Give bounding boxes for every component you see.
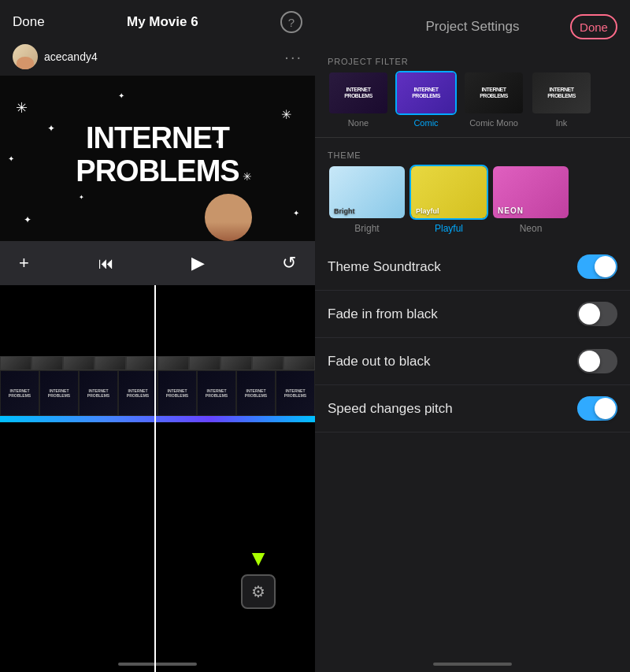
film-strip[interactable]: INTERNETPROBLEMS INTERNETPROBLEMS INTERN…: [0, 356, 315, 422]
filter-mono-thumb: INTERNETPROBLEMS: [463, 71, 524, 115]
theme-bright-label: Bright: [354, 223, 379, 234]
filter-comic[interactable]: INTERNETPROBLEMS Comic: [395, 71, 457, 128]
filter-row: INTERNETPROBLEMS None INTERNETPROBLEMS C…: [315, 71, 630, 137]
filter-section-label: PROJECT FILTER: [315, 50, 630, 71]
video-preview: ✳ ✦ ✦ ✳ ✦ ✳ ✦ ✦ ✦ ✦ INTERNET PROBLEMS: [0, 76, 315, 241]
setting-name-fade-in: Fade in from black: [328, 306, 438, 322]
right-panel: Project Settings Done PROJECT FILTER INT…: [315, 0, 630, 672]
done-settings-button[interactable]: Done: [570, 14, 617, 39]
toggle-speed-pitch[interactable]: [577, 396, 617, 421]
rotate-button[interactable]: ↺: [282, 253, 296, 273]
toggle-fade-in[interactable]: [577, 302, 617, 326]
theme-neon[interactable]: NEON Neon: [491, 165, 570, 234]
theme-playful[interactable]: Playful Playful: [410, 165, 488, 234]
filter-mono-label: Comic Mono: [469, 118, 518, 128]
play-button[interactable]: ▶: [184, 249, 213, 277]
settings-gear-button[interactable]: ⚙: [241, 574, 276, 609]
filter-none-thumb: INTERNETPROBLEMS: [328, 71, 389, 115]
avatar: [13, 44, 38, 69]
theme-playful-label: Playful: [435, 223, 463, 234]
setting-name-fade-out: Fade out to black: [328, 354, 430, 369]
theme-row: Bright Bright Playful Playful NEON: [315, 165, 630, 234]
rewind-button[interactable]: ⏮: [98, 254, 114, 273]
theme-bright[interactable]: Bright Bright: [328, 165, 406, 234]
video-text: INTERNET PROBLEMS: [76, 122, 239, 188]
down-arrow-icon: ▼: [247, 546, 269, 571]
filter-comic-thumb: INTERNETPROBLEMS: [395, 71, 457, 115]
left-panel: Done My Movie 6 ? acecandy4 ··· ✳ ✦ ✦ ✳ …: [0, 0, 315, 672]
panel-title: Project Settings: [425, 19, 519, 35]
filter-comic-mono[interactable]: INTERNETPROBLEMS Comic Mono: [463, 71, 524, 128]
gear-arrow-indicator: ▼ ⚙: [241, 546, 276, 609]
filter-none-label: None: [348, 118, 369, 128]
controls-bar: + ⏮ ▶ ↺: [0, 241, 315, 285]
face-overlay: [205, 194, 252, 241]
timeline-area: INTERNETPROBLEMS INTERNETPROBLEMS INTERN…: [0, 285, 315, 672]
left-header: Done My Movie 6 ?: [0, 0, 315, 41]
theme-neon-label: Neon: [520, 223, 543, 234]
toggle-fade-out[interactable]: [577, 349, 617, 373]
right-header: Project Settings Done: [315, 0, 630, 50]
username: acecandy4: [44, 50, 98, 63]
dots-menu-button[interactable]: ···: [284, 48, 302, 66]
user-bar: acecandy4 ···: [0, 41, 315, 76]
setting-speed-pitch: Speed changes pitch: [315, 385, 630, 433]
settings-list: Theme Soundtrack Fade in from black Fade…: [315, 243, 630, 433]
filter-comic-label: Comic: [413, 118, 438, 128]
filter-ink[interactable]: INTERNETPROBLEMS Ink: [531, 71, 592, 128]
filter-ink-label: Ink: [556, 118, 568, 128]
add-clip-button[interactable]: +: [19, 253, 29, 273]
theme-playful-thumb: Playful: [410, 165, 488, 220]
setting-fade-out: Fade out to black: [315, 338, 630, 385]
theme-section: THEME Bright Bright Playful Playful: [315, 138, 630, 234]
home-indicator-right: [433, 663, 512, 666]
theme-section-label: THEME: [315, 144, 630, 165]
setting-fade-in: Fade in from black: [315, 291, 630, 338]
filter-none[interactable]: INTERNETPROBLEMS None: [328, 71, 389, 128]
user-info: acecandy4: [13, 44, 98, 69]
gear-icon: ⚙: [251, 582, 265, 601]
theme-bright-thumb: Bright: [328, 165, 406, 220]
help-button[interactable]: ?: [280, 11, 302, 33]
home-indicator: [118, 663, 197, 666]
setting-theme-soundtrack: Theme Soundtrack: [315, 243, 630, 291]
toggle-theme-soundtrack[interactable]: [577, 254, 617, 279]
setting-name-speed-pitch: Speed changes pitch: [328, 401, 453, 417]
filter-ink-thumb: INTERNETPROBLEMS: [531, 71, 592, 115]
playhead: [154, 285, 156, 672]
movie-title: My Movie 6: [127, 14, 198, 30]
right-footer: [315, 433, 630, 672]
theme-neon-thumb: NEON: [491, 165, 570, 220]
setting-name-theme-soundtrack: Theme Soundtrack: [328, 259, 441, 275]
done-button[interactable]: Done: [13, 14, 45, 30]
